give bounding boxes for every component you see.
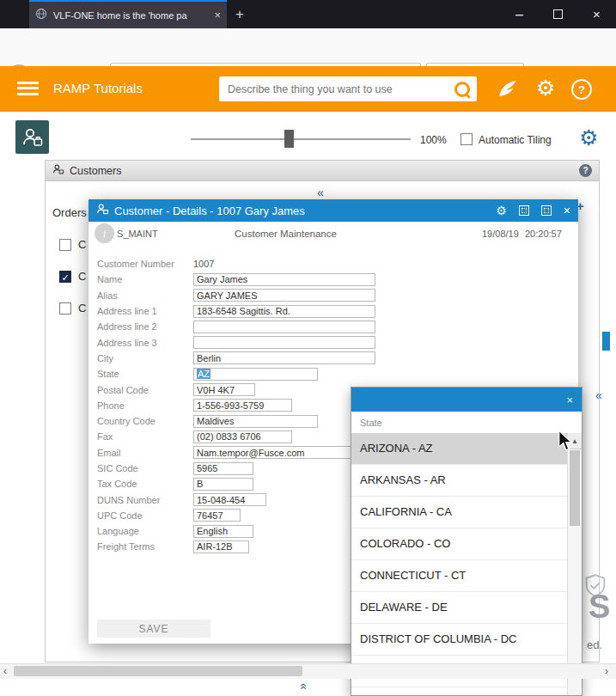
settings-gear-icon[interactable]: ⚙ <box>536 77 555 99</box>
info-icon[interactable]: i <box>95 223 114 243</box>
field-row: NameGary James <box>97 272 570 287</box>
panel-title: Customers <box>70 165 121 177</box>
address-line-1-input[interactable]: 183-6548 Sagittis. Rd. <box>193 305 375 318</box>
zoom-slider-handle[interactable] <box>284 130 294 148</box>
zoom-value: 100% <box>420 134 447 146</box>
wing-icon[interactable] <box>497 77 519 103</box>
dialog-tile-icon[interactable] <box>519 205 529 216</box>
field-row: StateAZ <box>97 366 570 382</box>
dialog-close-icon[interactable]: × <box>564 205 570 217</box>
expand-up-icon[interactable]: « <box>298 683 310 690</box>
fax-input[interactable]: (02) 0833 6706 <box>193 430 292 443</box>
date-stamp: 19/08/19 <box>482 229 519 239</box>
field-row: Address line 3 <box>97 334 570 350</box>
scroll-left-icon[interactable]: ‹ <box>3 665 7 677</box>
program-name: S_MAINT <box>117 229 158 239</box>
dropdown-close-icon[interactable]: × <box>566 394 573 406</box>
language-input[interactable]: English <box>193 525 253 538</box>
browser-tab[interactable]: VLF-ONE home is the 'home pa × <box>29 0 227 28</box>
order-row-label: C <box>78 238 86 251</box>
upc-code-input[interactable]: 76457 <box>193 509 241 522</box>
order-checkbox-checked[interactable]: ✓ <box>59 271 71 283</box>
customer-number-value: 1007 <box>193 259 214 269</box>
scroll-marker <box>602 332 610 351</box>
field-row: Address line 2 <box>97 319 570 334</box>
zoom-slider-track[interactable] <box>191 138 411 140</box>
maximize-button[interactable] <box>539 0 577 28</box>
dropdown-field-label: State <box>360 418 382 428</box>
mouse-cursor <box>557 430 572 455</box>
browser-window: VLF-ONE home is the 'home pa × + – × ← →… <box>0 0 616 696</box>
collapse-left-icon[interactable]: « <box>317 186 324 198</box>
freight-terms-input[interactable]: AIR-12B <box>193 540 249 553</box>
order-row[interactable]: C <box>59 302 86 314</box>
globe-icon <box>35 8 47 23</box>
program-description: Customer Maintenance <box>235 229 337 239</box>
time-stamp: 20:20:57 <box>525 229 562 239</box>
app-menu-icon[interactable] <box>17 78 39 98</box>
alias-input[interactable]: GARY JAMES <box>193 289 375 302</box>
customer-workspace-icon[interactable] <box>15 120 49 154</box>
dialog-titlebar[interactable]: Customer - Details - 1007 Gary James ⚙ × <box>88 199 578 222</box>
state-dropdown: × State ARIZONA - AZ ARKANSAS - AR CALIF… <box>351 387 582 696</box>
dropdown-header: × <box>351 388 582 412</box>
app-header: RAMP Tutorials ⚙ ? <box>0 66 616 112</box>
dropdown-scrollbar[interactable]: ▲ <box>567 433 582 695</box>
name-input[interactable]: Gary James <box>193 273 375 286</box>
country-code-input[interactable]: Maldives <box>193 415 318 428</box>
dropdown-option[interactable]: CALIFORNIA - CA <box>351 497 567 528</box>
app-search[interactable] <box>219 76 477 101</box>
app-search-input[interactable] <box>226 82 454 96</box>
watermark-text: ed. <box>587 638 602 651</box>
duns-number-input[interactable]: 15-048-454 <box>193 493 266 506</box>
tab-close-icon[interactable]: × <box>214 9 221 21</box>
app-title: RAMP Tutorials <box>53 81 143 95</box>
phone-input[interactable]: 1-556-993-5759 <box>193 399 292 412</box>
watermark-letter: S <box>589 589 610 626</box>
customers-panel-header[interactable]: Customers ? <box>46 161 599 181</box>
address-line-3-input[interactable] <box>193 336 375 349</box>
save-button[interactable]: SAVE <box>97 620 210 638</box>
minimize-button[interactable]: – <box>500 0 539 28</box>
field-row: Customer Number1007 <box>97 256 570 272</box>
dropdown-option[interactable]: DISTRICT OF COLUMBIA - DC <box>351 624 567 656</box>
dropdown-list: ARIZONA - AZ ARKANSAS - AR CALIFORNIA - … <box>351 433 567 687</box>
city-input[interactable]: Berlin <box>193 351 375 364</box>
workspace-settings-icon[interactable]: ⚙ <box>579 127 598 149</box>
close-window-button[interactable]: × <box>577 0 616 28</box>
email-input[interactable]: Nam.tempor@Fusce.com <box>193 446 375 459</box>
dialog-settings-icon[interactable]: ⚙ <box>496 205 507 217</box>
dropdown-option[interactable]: COLORADO - CO <box>351 528 567 560</box>
tab-title: VLF-ONE home is the 'home pa <box>53 10 214 21</box>
app-search-icon[interactable] <box>454 82 470 97</box>
state-input[interactable]: AZ <box>193 368 318 381</box>
field-row: Address line 1183-6548 Sagittis. Rd. <box>97 303 570 319</box>
selected-text: AZ <box>197 369 210 379</box>
order-row[interactable]: ✓ C <box>59 270 86 283</box>
panel-help-icon[interactable]: ? <box>579 164 592 177</box>
help-icon[interactable]: ? <box>571 79 592 100</box>
tax-code-input[interactable]: B <box>193 478 253 491</box>
order-row-label: C <box>78 270 86 283</box>
dropdown-option[interactable]: ARIZONA - AZ <box>351 433 567 465</box>
dialog-maximize-icon[interactable] <box>541 205 552 216</box>
customer-icon <box>96 203 109 219</box>
field-row: CityBerlin <box>97 351 570 366</box>
new-tab-button[interactable]: + <box>235 6 244 23</box>
dropdown-option[interactable]: DELAWARE - DE <box>351 592 567 624</box>
dropdown-option[interactable]: ARKANSAS - AR <box>351 465 567 497</box>
scrollbar-thumb[interactable] <box>570 450 580 526</box>
order-checkbox[interactable] <box>59 239 71 251</box>
horizontal-scrollbar-thumb[interactable] <box>14 666 302 676</box>
scroll-right-icon[interactable]: › <box>605 665 608 677</box>
address-line-2-input[interactable] <box>193 321 375 333</box>
automatic-tiling-checkbox[interactable] <box>460 133 473 145</box>
postal-code-input[interactable]: V0H 4K7 <box>193 383 255 396</box>
order-checkbox[interactable] <box>59 302 71 314</box>
browser-navbar: ← → ↻ ⌂ i localhost:8082/LANSA6/ ••• ☆ » <box>0 28 616 67</box>
titlebar: VLF-ONE home is the 'home pa × + – × <box>0 0 616 28</box>
sic-code-input[interactable]: 5965 <box>193 462 253 475</box>
order-row[interactable]: C <box>59 238 86 251</box>
dropdown-option[interactable]: CONNECTICUT - CT <box>351 560 567 592</box>
expand-panel-icon[interactable]: « <box>595 389 602 401</box>
